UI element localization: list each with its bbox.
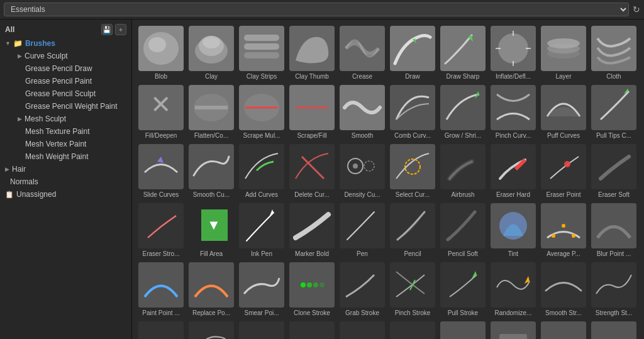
brush-card-delete-cur[interactable]: Delete Cur...: [287, 142, 337, 201]
brush-label-pencil: Pencil: [389, 250, 436, 257]
brush-card-pinch-curv[interactable]: Pinch Curv...: [488, 82, 538, 142]
brush-card-mask-text[interactable]: Mask Text...: [589, 319, 639, 339]
brush-card-clone-text[interactable]: AClone Text...: [488, 319, 538, 339]
brush-card-comb-curv[interactable]: Comb Curv...: [387, 82, 438, 142]
brush-card-blur-point[interactable]: Blur Point ...: [589, 201, 639, 260]
brush-thumbnail-airbrush: [440, 144, 486, 189]
brush-card-clay-strips[interactable]: Clay Strips: [236, 23, 287, 82]
brush-card-fill-area[interactable]: ▼Fill Area: [186, 201, 236, 260]
brush-card-average-p[interactable]: Average P...: [538, 201, 589, 260]
brush-card-paint-point[interactable]: Paint Point ...: [136, 260, 186, 319]
brush-card-airbrush[interactable]: Airbrush: [438, 142, 488, 201]
brush-card-fill-texture[interactable]: Fill Texture: [538, 319, 589, 339]
brush-card-paint-point2[interactable]: Paint Point ...: [337, 319, 387, 339]
brush-card-average-p2[interactable]: Average P...: [236, 319, 287, 339]
refresh-icon[interactable]: ↻: [633, 4, 640, 14]
sidebar-item-grease-pencil-weight[interactable]: Grease Pencil Weight Paint: [0, 100, 131, 113]
brush-card-slide-curves[interactable]: Slide Curves: [136, 142, 186, 201]
brush-card-smooth-str[interactable]: Smooth Str...: [538, 260, 589, 319]
sidebar-section-brushes[interactable]: ▼ 📁 Brushes: [0, 37, 131, 50]
brush-label-eraser-hard: Eraser Hard: [489, 191, 537, 198]
essentials-dropdown[interactable]: Essentials 2D Animation Sculpting VFX Vi…: [4, 3, 629, 16]
brush-label-smooth-cu: Smooth Cu...: [187, 191, 235, 198]
brush-thumbnail-grow-shri: [440, 85, 486, 130]
sidebar-item-grease-pencil-draw[interactable]: Grease Pencil Draw: [0, 62, 131, 75]
brush-card-randomize[interactable]: Randomize...: [488, 260, 538, 319]
brush-card-strength-st[interactable]: Strength St...: [589, 260, 639, 319]
brush-card-eraser-soft[interactable]: Eraser Soft: [589, 142, 639, 201]
brush-card-pencil-soft[interactable]: Pencil Soft: [438, 201, 488, 260]
brush-card-replace-po[interactable]: Replace Po...: [186, 260, 236, 319]
brush-card-inflate-defl[interactable]: Inflate/Defl...: [488, 23, 538, 82]
brush-thumbnail-pen: [340, 203, 385, 248]
brush-card-pencil[interactable]: Pencil: [387, 201, 438, 260]
brush-card-pinch-stroke[interactable]: Pinch Stroke: [387, 260, 438, 319]
brush-label-inflate-defl: Inflate/Defl...: [489, 73, 537, 80]
brush-label-replace-po: Replace Po...: [187, 309, 235, 316]
brush-thumbnail-mask-text: [591, 321, 636, 339]
gp-draw-label: Grease Pencil Draw: [25, 64, 92, 73]
brush-thumbnail-blur-point: [591, 203, 636, 248]
brush-card-scrape-fill[interactable]: Scrape/Fill: [287, 82, 337, 142]
brush-card-scrape-mul[interactable]: Scrape Mul...: [236, 82, 287, 142]
save-icon-btn[interactable]: 💾: [101, 24, 113, 35]
brush-card-pull-tips-c[interactable]: Pull Tips C...: [589, 82, 639, 142]
brush-thumbnail-cloth: [591, 26, 636, 71]
brush-card-smear-poi[interactable]: Smear Poi...: [236, 260, 287, 319]
brush-label-clay-thumb: Clay Thumb: [288, 73, 336, 80]
brush-card-eraser-stro[interactable]: Eraser Stro...: [136, 201, 186, 260]
brush-card-ink-pen[interactable]: Ink Pen: [236, 201, 287, 260]
brush-thumbnail-paint-point2: [340, 321, 385, 339]
brush-card-blob[interactable]: Blob: [136, 23, 186, 82]
brush-card-clay-thumb[interactable]: Clay Thumb: [287, 23, 337, 82]
brush-card-clay[interactable]: Clay: [186, 23, 236, 82]
gp-weight-label: Grease Pencil Weight Paint: [25, 102, 118, 111]
hair-label: Hair: [12, 165, 26, 174]
sidebar-item-mesh-weight[interactable]: Mesh Weight Paint: [0, 150, 131, 163]
brush-card-puff-curves[interactable]: Puff Curves: [538, 82, 589, 142]
brush-card-thickness[interactable]: Thickness ...: [136, 319, 186, 339]
sidebar-item-mesh-sculpt[interactable]: ▶ Mesh Sculpt: [0, 113, 131, 125]
brush-card-layer[interactable]: Layer: [538, 23, 589, 82]
brush-card-cloth[interactable]: Cloth: [589, 23, 639, 82]
svg-text:A: A: [509, 336, 518, 339]
sidebar-item-normals[interactable]: Normals: [0, 175, 131, 188]
brush-card-twist-stroke[interactable]: Twist Stroke: [186, 319, 236, 339]
brush-card-pull-stroke[interactable]: Pull Stroke: [438, 260, 488, 319]
brush-card-blur-point2[interactable]: Blur Point ...: [287, 319, 337, 339]
brush-card-tint[interactable]: Tint: [488, 201, 538, 260]
brush-card-eraser-point[interactable]: Eraser Point: [538, 142, 589, 201]
brush-card-grab-stroke[interactable]: Grab Stroke: [337, 260, 387, 319]
brush-label-comb-curv: Comb Curv...: [389, 132, 436, 139]
brush-card-smooth[interactable]: Smooth: [337, 82, 387, 142]
brush-card-grow-shri[interactable]: Grow / Shri...: [438, 82, 488, 142]
brush-card-fill-deepen[interactable]: ✕Fill/Deepen: [136, 82, 186, 142]
brush-card-clone-stroke[interactable]: Clone Stroke: [287, 260, 337, 319]
brush-card-add-curves[interactable]: Add Curves: [236, 142, 287, 201]
svg-point-22: [364, 161, 374, 171]
sidebar-item-curve-sculpt[interactable]: ▶ Curve Sculpt: [0, 50, 131, 62]
brush-card-smooth-cu[interactable]: Smooth Cu...: [186, 142, 236, 201]
brush-card-marker-bold[interactable]: Marker Bold: [287, 201, 337, 260]
sidebar-item-mesh-texture[interactable]: Mesh Texture Paint: [0, 125, 131, 138]
brush-card-select-cur[interactable]: Select Cur...: [387, 142, 438, 201]
brush-card-crease[interactable]: Crease: [337, 23, 387, 82]
brush-card-blur-texture[interactable]: Blur Texture: [438, 319, 488, 339]
mesh-texture-label: Mesh Texture Paint: [25, 127, 90, 136]
brush-thumbnail-average-p: [541, 203, 586, 248]
brush-card-density-cu[interactable]: Density Cu...: [337, 142, 387, 201]
add-icon-btn[interactable]: +: [115, 24, 126, 35]
brush-card-eraser-hard[interactable]: Eraser Hard: [488, 142, 538, 201]
brush-card-pen[interactable]: Pen: [337, 201, 387, 260]
brush-card-flatten-co[interactable]: Flatten/Co...: [186, 82, 236, 142]
sidebar-item-grease-pencil-sculpt[interactable]: Grease Pencil Sculpt: [0, 87, 131, 100]
brush-thumbnail-puff-curves: [541, 85, 586, 130]
brush-card-draw-sharp[interactable]: Draw Sharp: [438, 23, 488, 82]
sidebar-item-grease-pencil-paint[interactable]: Grease Pencil Paint: [0, 75, 131, 87]
svg-rect-6: [244, 52, 279, 58]
sidebar-item-unassigned[interactable]: 📋 Unassigned: [0, 188, 131, 201]
brush-card-draw[interactable]: Draw: [387, 23, 438, 82]
brush-card-smear-poi2[interactable]: Smear Poi...: [387, 319, 438, 339]
sidebar-section-hair[interactable]: ▶ Hair: [0, 163, 131, 175]
sidebar-item-mesh-vertex[interactable]: Mesh Vertex Paint: [0, 138, 131, 150]
